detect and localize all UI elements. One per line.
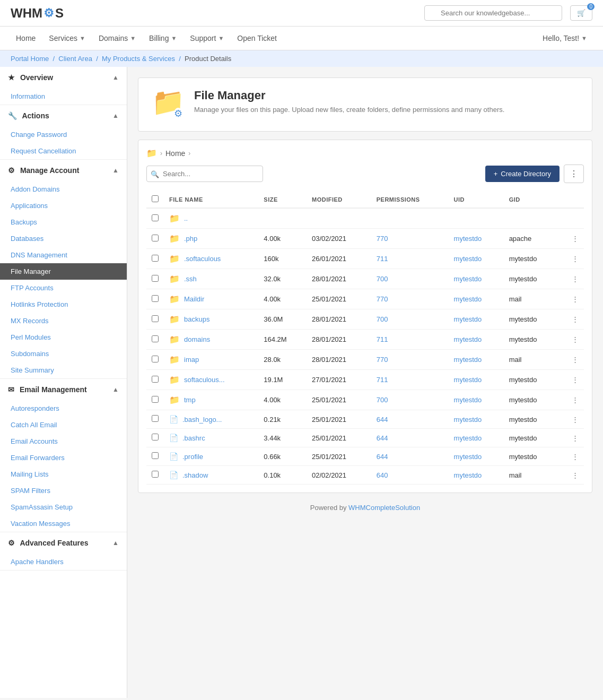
sidebar-item-information[interactable]: Information [0,88,127,105]
file-name-link[interactable]: 📁 tmp [169,395,253,405]
file-permissions[interactable]: 700 [371,390,449,410]
row-checkbox[interactable] [152,315,159,322]
row-more-button[interactable]: ⋮ [572,471,579,479]
file-permissions[interactable]: 644 [371,447,449,466]
sidebar-item-mx-records[interactable]: MX Records [0,313,127,329]
file-permissions[interactable]: 711 [371,330,449,350]
file-name-link[interactable]: 📄 .bashrc [169,434,253,442]
select-all-checkbox[interactable] [152,195,159,202]
sidebar-item-addon-domains[interactable]: Addon Domains [0,181,127,197]
file-permissions[interactable]: 700 [371,309,449,330]
sidebar-item-backups[interactable]: Backups [0,214,127,230]
sidebar-item-subdomains[interactable]: Subdomains [0,345,127,362]
file-name-link[interactable]: 📁 .php [169,234,253,244]
row-checkbox[interactable] [152,335,159,342]
nav-support[interactable]: Support ▼ [185,27,229,50]
row-more-button[interactable]: ⋮ [572,376,579,384]
file-permissions[interactable]: 640 [371,466,449,485]
file-name-link[interactable]: 📁 Maildir [169,294,253,304]
file-name-link[interactable]: 📁 imap [169,355,253,365]
nav-billing[interactable]: Billing ▼ [144,27,182,50]
file-name-link[interactable]: 📁 .softaculous [169,254,253,264]
sidebar-item-site-summary[interactable]: Site Summary [0,362,127,378]
nav-domains[interactable]: Domains ▼ [93,27,141,50]
sidebar-section-advanced-features-header[interactable]: ⚙ Advanced Features ▲ [0,532,127,554]
file-permissions[interactable]: 770 [371,289,449,309]
sidebar-section-manage-account-header[interactable]: ⚙ Manage Account ▲ [0,160,127,181]
row-more-button[interactable]: ⋮ [572,356,579,364]
nav-services[interactable]: Services ▼ [43,27,91,50]
row-checkbox[interactable] [152,356,159,362]
row-more-button[interactable]: ⋮ [572,453,579,461]
file-permissions[interactable]: 644 [371,429,449,447]
file-permissions[interactable]: 700 [371,269,449,289]
sidebar-section-overview-header[interactable]: ★ Overview ▲ [0,67,127,88]
file-permissions[interactable]: 644 [371,410,449,429]
row-checkbox[interactable] [152,452,159,459]
row-more-button[interactable]: ⋮ [572,335,579,343]
sidebar-item-email-accounts[interactable]: Email Accounts [0,433,127,450]
file-name-link[interactable]: 📁 softaculous... [169,375,253,385]
row-more-button[interactable]: ⋮ [572,416,579,424]
create-directory-button[interactable]: + Create Directory [485,166,560,182]
sidebar-item-autoresponders[interactable]: Autoresponders [0,400,127,417]
row-checkbox[interactable] [152,235,159,241]
sidebar-item-databases[interactable]: Databases [0,230,127,247]
sidebar-item-ftp-accounts[interactable]: FTP Accounts [0,280,127,296]
row-more-button[interactable]: ⋮ [572,315,579,323]
row-checkbox[interactable] [152,255,159,262]
breadcrumb-my-products[interactable]: My Products & Services [102,55,175,63]
row-checkbox[interactable] [152,376,159,383]
file-permissions[interactable]: 711 [371,370,449,390]
sidebar-item-hotlinks-protection[interactable]: Hotlinks Protection [0,296,127,313]
current-path[interactable]: Home [165,149,185,158]
file-name-link[interactable]: 📁 .. [169,213,579,223]
sidebar-section-actions-header[interactable]: 🔧 Actions ▲ [0,105,127,126]
user-greeting[interactable]: Hello, Test! ▼ [537,27,592,50]
sidebar-item-catch-all-email[interactable]: Catch All Email [0,417,127,433]
row-checkbox[interactable] [152,396,159,403]
file-name-link[interactable]: 📁 .ssh [169,274,253,284]
sidebar-item-change-password[interactable]: Change Password [0,126,127,143]
breadcrumb-portal-home[interactable]: Portal Home [11,55,49,63]
row-more-button[interactable]: ⋮ [572,235,579,243]
row-checkbox[interactable] [152,275,159,282]
file-name-link[interactable]: 📄 .bash_logo... [169,415,253,424]
row-more-button[interactable]: ⋮ [572,275,579,283]
sidebar-item-vacation-messages[interactable]: Vacation Messages [0,515,127,532]
sidebar-item-perl-modules[interactable]: Perl Modules [0,329,127,345]
file-permissions[interactable]: 770 [371,350,449,370]
row-checkbox[interactable] [152,415,159,422]
row-checkbox[interactable] [152,295,159,302]
sidebar-item-mailing-lists[interactable]: Mailing Lists [0,466,127,482]
sidebar-item-file-manager[interactable]: File Manager [0,263,127,280]
nav-open-ticket[interactable]: Open Ticket [232,27,282,50]
row-checkbox[interactable] [152,471,159,478]
file-name-link[interactable]: 📁 domains [169,334,253,344]
knowledgebase-search-input[interactable] [424,5,562,21]
file-name-link[interactable]: 📄 .shadow [169,471,253,479]
file-name-link[interactable]: 📁 backups [169,314,253,324]
sidebar-item-dns-management[interactable]: DNS Management [0,247,127,263]
sidebar-section-email-management-header[interactable]: ✉ Email Management ▲ [0,379,127,400]
cart-button[interactable]: 🛒0 [570,5,592,21]
sidebar-item-request-cancellation[interactable]: Request Cancellation [0,143,127,159]
nav-home[interactable]: Home [11,27,41,50]
row-more-button[interactable]: ⋮ [572,295,579,303]
sidebar-item-applications[interactable]: Applications [0,197,127,214]
sidebar-item-email-forwarders[interactable]: Email Forwarders [0,450,127,466]
file-name-link[interactable]: 📄 .profile [169,452,253,461]
row-checkbox[interactable] [152,214,159,221]
file-permissions[interactable]: 711 [371,249,449,269]
breadcrumb-client-area[interactable]: Client Area [58,55,92,63]
more-actions-button[interactable]: ⋮ [564,165,584,183]
row-more-button[interactable]: ⋮ [572,255,579,263]
sidebar-item-apache-handlers[interactable]: Apache Handlers [0,554,127,570]
sidebar-item-spam-filters[interactable]: SPAM Filters [0,482,127,499]
footer-link[interactable]: WHMCompleteSolution [348,504,420,512]
row-more-button[interactable]: ⋮ [572,396,579,404]
row-checkbox[interactable] [152,434,159,440]
sidebar-item-spamassasin-setup[interactable]: SpamAssasin Setup [0,499,127,515]
file-search-input[interactable] [146,166,263,182]
row-more-button[interactable]: ⋮ [572,434,579,442]
